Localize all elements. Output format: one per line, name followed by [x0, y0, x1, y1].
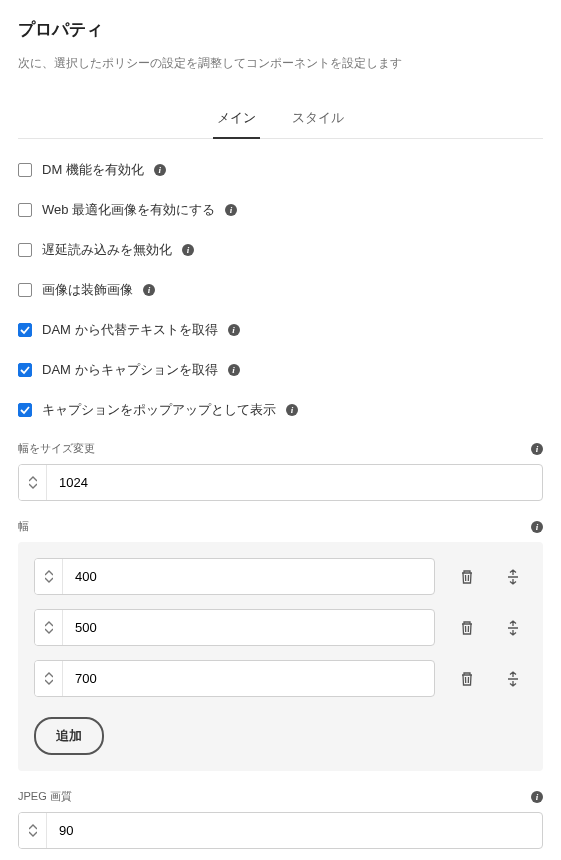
resize-width-input-wrap — [18, 464, 543, 501]
checkbox-label-lazy: 遅延読み込みを無効化 — [42, 241, 172, 259]
checkbox-lazy[interactable] — [18, 243, 32, 257]
info-icon[interactable]: i — [531, 791, 543, 803]
width-input[interactable] — [63, 559, 434, 594]
reorder-button[interactable] — [499, 563, 527, 591]
checkbox-row-damcaption: DAM からキャプションを取得 i — [18, 361, 543, 379]
checkbox-label-damcaption: DAM からキャプションを取得 — [42, 361, 218, 379]
field-label-widths: 幅 — [18, 519, 29, 534]
checkbox-row-webopt: Web 最適化画像を有効にする i — [18, 201, 543, 219]
reorder-icon — [505, 620, 521, 636]
checkbox-row-dm: DM 機能を有効化 i — [18, 161, 543, 179]
delete-button[interactable] — [453, 614, 481, 642]
page-title: プロパティ — [18, 18, 543, 41]
checkbox-label-decorative: 画像は装飾画像 — [42, 281, 133, 299]
chevron-up-icon — [45, 621, 53, 627]
checkbox-row-popupcaption: キャプションをポップアップとして表示 i — [18, 401, 543, 419]
width-input-wrap — [34, 558, 435, 595]
trash-icon — [459, 620, 475, 636]
chevron-down-icon — [29, 483, 37, 489]
reorder-button[interactable] — [499, 614, 527, 642]
checkbox-row-lazy: 遅延読み込みを無効化 i — [18, 241, 543, 259]
chevron-down-icon — [45, 577, 53, 583]
jpeg-quality-input[interactable] — [47, 813, 542, 848]
stepper-width[interactable] — [35, 559, 63, 594]
checkbox-popupcaption[interactable] — [18, 403, 32, 417]
info-icon[interactable]: i — [228, 364, 240, 376]
width-input-wrap — [34, 660, 435, 697]
stepper-resize-width[interactable] — [19, 465, 47, 500]
reorder-icon — [505, 569, 521, 585]
info-icon[interactable]: i — [286, 404, 298, 416]
checkbox-damcaption[interactable] — [18, 363, 32, 377]
chevron-down-icon — [29, 831, 37, 837]
widths-panel: 追加 — [18, 542, 543, 771]
jpeg-quality-input-wrap — [18, 812, 543, 849]
chevron-up-icon — [45, 672, 53, 678]
delete-button[interactable] — [453, 563, 481, 591]
width-row — [34, 558, 527, 595]
info-icon[interactable]: i — [531, 443, 543, 455]
info-icon[interactable]: i — [225, 204, 237, 216]
checkbox-label-popupcaption: キャプションをポップアップとして表示 — [42, 401, 276, 419]
field-label-resize-width: 幅をサイズ変更 — [18, 441, 95, 456]
page-subtitle: 次に、選択したポリシーの設定を調整してコンポーネントを設定します — [18, 55, 543, 72]
checkbox-label-webopt: Web 最適化画像を有効にする — [42, 201, 215, 219]
info-icon[interactable]: i — [143, 284, 155, 296]
chevron-up-icon — [45, 570, 53, 576]
field-jpeg-quality: JPEG 画質 i — [18, 789, 543, 849]
checkbox-decorative[interactable] — [18, 283, 32, 297]
checkbox-label-dm: DM 機能を有効化 — [42, 161, 144, 179]
width-row — [34, 660, 527, 697]
field-resize-width: 幅をサイズ変更 i — [18, 441, 543, 501]
resize-width-input[interactable] — [47, 465, 542, 500]
checkbox-webopt[interactable] — [18, 203, 32, 217]
chevron-down-icon — [45, 628, 53, 634]
tab-style[interactable]: スタイル — [288, 101, 348, 139]
width-row — [34, 609, 527, 646]
checkbox-damalt[interactable] — [18, 323, 32, 337]
info-icon[interactable]: i — [154, 164, 166, 176]
add-button[interactable]: 追加 — [34, 717, 104, 755]
chevron-down-icon — [45, 679, 53, 685]
chevron-up-icon — [29, 824, 37, 830]
trash-icon — [459, 569, 475, 585]
checkbox-dm[interactable] — [18, 163, 32, 177]
info-icon[interactable]: i — [182, 244, 194, 256]
width-input[interactable] — [63, 661, 434, 696]
width-input-wrap — [34, 609, 435, 646]
stepper-width[interactable] — [35, 661, 63, 696]
field-widths: 幅 i — [18, 519, 543, 771]
width-input[interactable] — [63, 610, 434, 645]
trash-icon — [459, 671, 475, 687]
tab-main[interactable]: メイン — [213, 101, 260, 139]
tabs: メイン スタイル — [18, 100, 543, 139]
stepper-jpeg-quality[interactable] — [19, 813, 47, 848]
reorder-button[interactable] — [499, 665, 527, 693]
info-icon[interactable]: i — [531, 521, 543, 533]
info-icon[interactable]: i — [228, 324, 240, 336]
chevron-up-icon — [29, 476, 37, 482]
field-label-jpeg-quality: JPEG 画質 — [18, 789, 72, 804]
stepper-width[interactable] — [35, 610, 63, 645]
delete-button[interactable] — [453, 665, 481, 693]
checkbox-label-damalt: DAM から代替テキストを取得 — [42, 321, 218, 339]
checkbox-row-damalt: DAM から代替テキストを取得 i — [18, 321, 543, 339]
reorder-icon — [505, 671, 521, 687]
checkbox-row-decorative: 画像は装飾画像 i — [18, 281, 543, 299]
